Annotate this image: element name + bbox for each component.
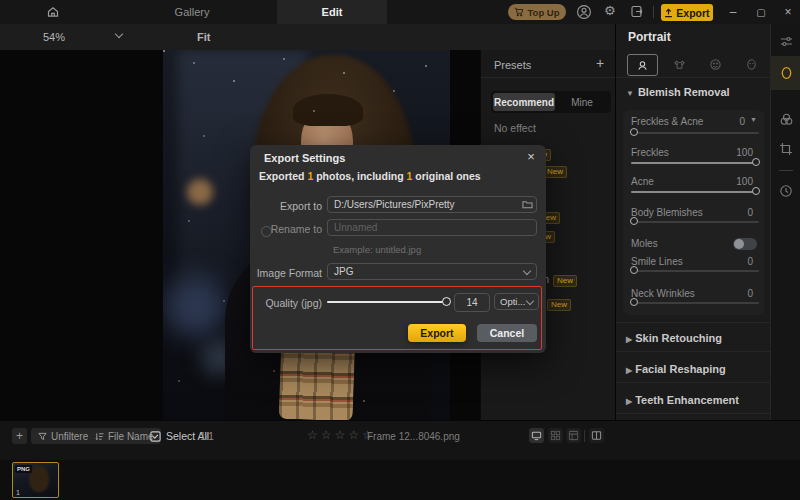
grid-view-icon[interactable] (548, 428, 563, 443)
slider-track[interactable] (631, 132, 759, 134)
photo-bokeh-light (165, 275, 227, 337)
rename-input[interactable] (327, 219, 537, 236)
home-icon[interactable] (46, 5, 60, 19)
slider-label: Freckles (631, 147, 669, 158)
filmstrip-view-icon[interactable] (529, 428, 544, 443)
slider-value: 0 (747, 207, 753, 218)
slider-track[interactable] (631, 302, 759, 304)
rename-example: Example: untitled.jpg (333, 244, 421, 255)
quality-value-field[interactable]: 14 (454, 293, 490, 312)
star-icon[interactable]: ☆ (335, 428, 346, 442)
expand-triangle-icon: ▶ (626, 397, 632, 406)
star-icon[interactable]: ☆ (321, 428, 332, 442)
quality-label: Quality (jpg) (250, 297, 322, 309)
slider-label: Smile Lines (631, 256, 683, 267)
slider-track[interactable] (631, 162, 759, 164)
export-button[interactable]: Export (661, 4, 713, 21)
tab-recommend[interactable]: Recommend (493, 93, 555, 111)
tab-gallery[interactable]: Gallery (168, 6, 216, 18)
title-bar: Gallery Edit Top Up ⚙ Export – ▢ × (0, 0, 800, 24)
adjustments-icon[interactable] (771, 28, 800, 54)
checkbox-icon (150, 431, 161, 442)
history-clock-icon[interactable] (771, 178, 800, 204)
export-path-input[interactable] (327, 196, 537, 213)
strip-divider (779, 170, 793, 171)
photo-snow-particles (163, 50, 165, 52)
account-icon[interactable] (576, 4, 592, 20)
slider-knob[interactable] (630, 128, 638, 136)
folder-browse-icon[interactable] (522, 199, 533, 210)
fit-button[interactable]: Fit (197, 31, 210, 43)
thumbnail-index: 1 (16, 489, 20, 496)
sort-icon (95, 432, 104, 441)
slider-knob[interactable] (752, 187, 760, 195)
add-preset-button[interactable]: + (596, 55, 604, 71)
view-divider (584, 430, 585, 442)
slider-knob[interactable] (630, 298, 638, 306)
tab-mine[interactable]: Mine (555, 97, 609, 108)
bottom-bar: + Unfiltered File Name Select All 1/1 ☆☆… (0, 420, 800, 461)
color-tool-icon[interactable] (771, 106, 800, 132)
quality-mode-select[interactable]: Opti... (494, 293, 539, 310)
minimize-button[interactable]: – (725, 4, 741, 20)
slider-value: 0 (747, 256, 753, 267)
star-icon[interactable]: ☆ (307, 428, 318, 442)
preset-no-effect[interactable]: No effect (494, 122, 536, 134)
panel-divider (616, 77, 771, 78)
portrait-tool-icon[interactable] (771, 56, 800, 90)
star-icon[interactable]: ☆ (348, 428, 359, 442)
slider-track[interactable] (631, 221, 759, 223)
dialog-close-icon[interactable]: × (524, 149, 538, 163)
settings-gear-icon[interactable]: ⚙ (604, 3, 616, 18)
quality-slider-track[interactable] (327, 301, 449, 303)
png-badge: PNG (15, 465, 32, 473)
compare-view-icon[interactable] (589, 428, 604, 443)
rename-to-label: Rename to (250, 223, 322, 235)
slider-label: Body Blemishes (631, 207, 703, 218)
maximize-button[interactable]: ▢ (753, 4, 769, 20)
slider-knob[interactable] (630, 217, 638, 225)
export-label: Export (676, 7, 709, 19)
top-up-label: Top Up (527, 7, 559, 18)
tab-makeup-icon[interactable] (737, 54, 766, 74)
slider-track[interactable] (631, 191, 759, 193)
tab-edit[interactable]: Edit (305, 6, 359, 18)
tab-expression-icon[interactable] (701, 54, 730, 74)
image-format-select[interactable]: JPG (327, 263, 537, 280)
detail-view-icon[interactable] (566, 428, 581, 443)
export-panel-icon[interactable] (630, 4, 645, 19)
cart-icon (514, 7, 524, 17)
blemish-removal-header[interactable]: ▼Blemish Removal (626, 86, 730, 98)
photo-bokeh-light (187, 179, 213, 205)
moles-toggle[interactable] (733, 238, 757, 250)
section-skin-retouching[interactable]: ▶ Skin Retouching (626, 332, 722, 344)
presets-tabs: Recommend Mine (491, 91, 611, 113)
slider-knob[interactable] (630, 266, 638, 274)
tab-body-icon[interactable] (665, 54, 694, 74)
panel-divider (616, 413, 771, 414)
zoom-level[interactable]: 54% (43, 31, 65, 43)
add-photos-button[interactable]: + (12, 428, 27, 444)
close-button[interactable]: × (780, 4, 796, 20)
section-teeth-enhancement[interactable]: ▶ Teeth Enhancement (626, 394, 739, 406)
section-facial-reshaping[interactable]: ▶ Facial Reshaping (626, 363, 726, 375)
canvas-toolbar: 54% Fit ↺ (0, 24, 615, 50)
slider-dropdown-icon[interactable]: ▼ (750, 116, 757, 123)
crop-tool-icon[interactable] (771, 136, 800, 162)
tab-face-icon[interactable] (627, 54, 658, 76)
dialog-cancel-button[interactable]: Cancel (477, 324, 537, 342)
zoom-chevron-icon[interactable] (115, 30, 123, 38)
export-settings-dialog: Export Settings × Exported 1 photos, inc… (250, 145, 546, 353)
dialog-export-button[interactable]: Export (408, 324, 466, 342)
quality-slider-knob[interactable] (442, 297, 451, 306)
toggle-knob (734, 239, 744, 249)
filmstrip: PNG 1 (0, 460, 800, 500)
slider-knob[interactable] (752, 158, 760, 166)
star-rating[interactable]: ☆☆☆☆☆ (307, 428, 373, 442)
photo-thumbnail[interactable]: PNG 1 (12, 462, 59, 498)
slider-track[interactable] (631, 270, 759, 272)
toggle-label: Moles (631, 238, 658, 249)
upload-icon (664, 8, 673, 18)
export-summary: Exported 1 photos, including 1 original … (259, 170, 481, 182)
top-up-button[interactable]: Top Up (508, 4, 566, 20)
